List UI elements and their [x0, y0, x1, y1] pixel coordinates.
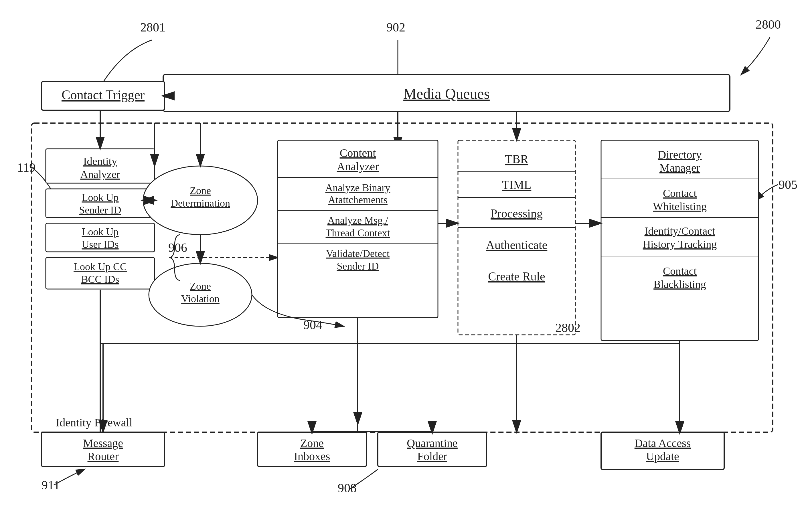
message-router-line2: Router: [88, 450, 119, 463]
ref-902: 902: [386, 20, 405, 34]
media-queues-label: Media Queues: [403, 86, 490, 102]
ref-911: 911: [41, 478, 60, 492]
analyze-binary-line1: Analyze Binary: [325, 182, 390, 193]
ref-906: 906: [168, 241, 187, 255]
look-up-cc-line2: BCC IDs: [81, 273, 119, 285]
directory-manager-line1: Directory: [658, 148, 702, 161]
analyze-msg-line2: Thread Context: [326, 227, 390, 239]
identity-analyzer-line1: Identity: [83, 155, 117, 167]
tbr-box: [458, 140, 575, 335]
ref-2802: 2802: [555, 321, 580, 335]
quarantine-folder-line1: Quarantine: [407, 437, 458, 450]
timl-label: TIML: [502, 178, 532, 191]
identity-contact-line1: Identity/Contact: [645, 225, 715, 237]
content-analyzer-line1: Content: [340, 147, 376, 159]
validate-line1: Validate/Detect: [326, 248, 389, 259]
contact-whitelist-line1: Contact: [663, 187, 697, 199]
zone-inboxes-line1: Zone: [300, 437, 324, 450]
analyze-binary-line2: Atattchements: [328, 194, 387, 206]
ref-119: 119: [17, 160, 36, 175]
create-rule-label: Create Rule: [488, 270, 545, 283]
contact-blacklist-line2: Blacklisting: [653, 278, 706, 290]
identity-analyzer-line2: Analyzer: [80, 168, 120, 180]
look-up-cc-line1: Look Up CC: [74, 261, 127, 272]
processing-label: Processing: [491, 207, 543, 220]
arrow-911: [54, 469, 84, 485]
look-up-user-line1: Look Up: [82, 226, 119, 238]
ref-2801: 2801: [140, 20, 166, 34]
zone-viol-line2: Violation: [181, 293, 219, 304]
quarantine-folder-line2: Folder: [417, 450, 447, 463]
zone-det-line2: Determination: [171, 197, 230, 209]
identity-firewall-label: Identity Firewall: [56, 416, 133, 429]
arrow-905: [755, 185, 778, 200]
look-up-sender-line1: Look Up: [82, 192, 119, 203]
data-access-line2: Update: [646, 450, 679, 463]
contact-trigger-label: Contact Trigger: [61, 88, 145, 102]
arrow-908: [349, 469, 378, 489]
zone-viol-line1: Zone: [190, 281, 211, 292]
zone-inboxes-line2: Inboxes: [294, 450, 330, 463]
ref-908: 908: [338, 481, 357, 495]
diagram-svg: 2800 902 2801 Media Queues Contact Trigg…: [0, 0, 804, 532]
contact-whitelist-line2: Whitelisting: [653, 200, 707, 212]
diagram-container: 2800 902 2801 Media Queues Contact Trigg…: [0, 0, 804, 532]
look-up-user-line2: User IDs: [82, 239, 119, 250]
ref-905: 905: [779, 178, 798, 192]
look-up-sender-line2: Sender ID: [79, 204, 121, 216]
zone-det-line1: Zone: [190, 185, 211, 196]
ref-2800: 2800: [755, 17, 781, 32]
tbr-label: TBR: [505, 153, 529, 166]
authenticate-label: Authenticate: [486, 239, 548, 251]
directory-manager-line2: Manager: [659, 162, 700, 174]
data-access-line1: Data Access: [635, 437, 691, 450]
validate-line2: Sender ID: [337, 261, 379, 272]
message-router-line1: Message: [83, 437, 123, 450]
arrow-2800: [741, 37, 770, 74]
identity-contact-line2: History Tracking: [643, 238, 717, 250]
content-analyzer-line2: Analyzer: [337, 160, 379, 173]
contact-blacklist-line1: Contact: [663, 265, 697, 277]
analyze-msg-line1: Analyze Msg./: [327, 215, 388, 226]
